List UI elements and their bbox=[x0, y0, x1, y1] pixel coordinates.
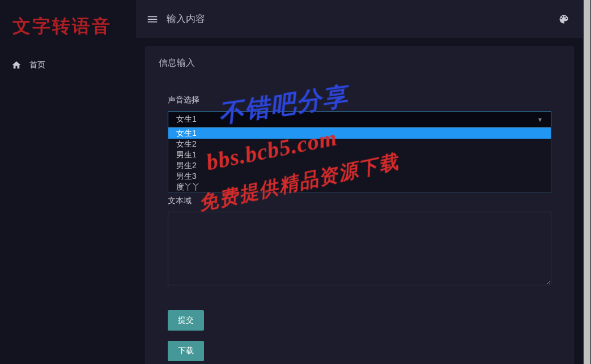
textarea-label: 文本域 bbox=[168, 196, 551, 206]
app-logo: 文字转语音 bbox=[0, 0, 136, 53]
voice-option[interactable]: 男生3 bbox=[168, 171, 551, 182]
voice-option[interactable]: 女生1 bbox=[168, 128, 551, 139]
card-title: 信息输入 bbox=[145, 46, 574, 79]
sidebar-item-home[interactable]: 首页 bbox=[0, 53, 136, 77]
download-button[interactable]: 下载 bbox=[168, 341, 204, 361]
theme-palette-icon[interactable] bbox=[558, 14, 569, 25]
main-area: 输入内容 信息输入 声音选择 女生1 ▼ bbox=[136, 0, 583, 364]
form-card: 信息输入 声音选择 女生1 ▼ 女生1 女生2 男生1 bbox=[145, 46, 574, 364]
voice-dropdown: 女生1 女生2 男生1 男生2 男生3 度丫丫 bbox=[168, 128, 551, 193]
sidebar: 文字转语音 首页 bbox=[0, 0, 136, 364]
textarea-group: 文本域 bbox=[168, 196, 551, 288]
voice-select-label: 声音选择 bbox=[168, 95, 551, 105]
sidebar-item-label: 首页 bbox=[29, 60, 45, 70]
voice-option[interactable]: 男生1 bbox=[168, 149, 551, 160]
chevron-down-icon: ▼ bbox=[537, 117, 543, 123]
voice-select-group: 声音选择 女生1 ▼ 女生1 女生2 男生1 男生2 男生3 bbox=[168, 95, 551, 128]
voice-option[interactable]: 女生2 bbox=[168, 139, 551, 149]
voice-select[interactable]: 女生1 ▼ bbox=[168, 111, 551, 128]
topbar: 输入内容 bbox=[136, 0, 583, 38]
voice-option[interactable]: 男生2 bbox=[168, 160, 551, 171]
voice-select-value: 女生1 bbox=[176, 114, 197, 125]
scrollbar-thumb[interactable] bbox=[584, 0, 590, 364]
page-title: 输入内容 bbox=[167, 12, 205, 25]
window-scrollbar[interactable] bbox=[583, 0, 591, 364]
menu-toggle-icon[interactable] bbox=[146, 13, 159, 25]
content-area: 信息输入 声音选择 女生1 ▼ 女生1 女生2 男生1 bbox=[136, 38, 583, 364]
voice-option[interactable]: 度丫丫 bbox=[168, 182, 551, 192]
submit-button[interactable]: 提交 bbox=[168, 310, 204, 331]
home-icon bbox=[11, 60, 22, 70]
text-content-input[interactable] bbox=[168, 212, 551, 285]
